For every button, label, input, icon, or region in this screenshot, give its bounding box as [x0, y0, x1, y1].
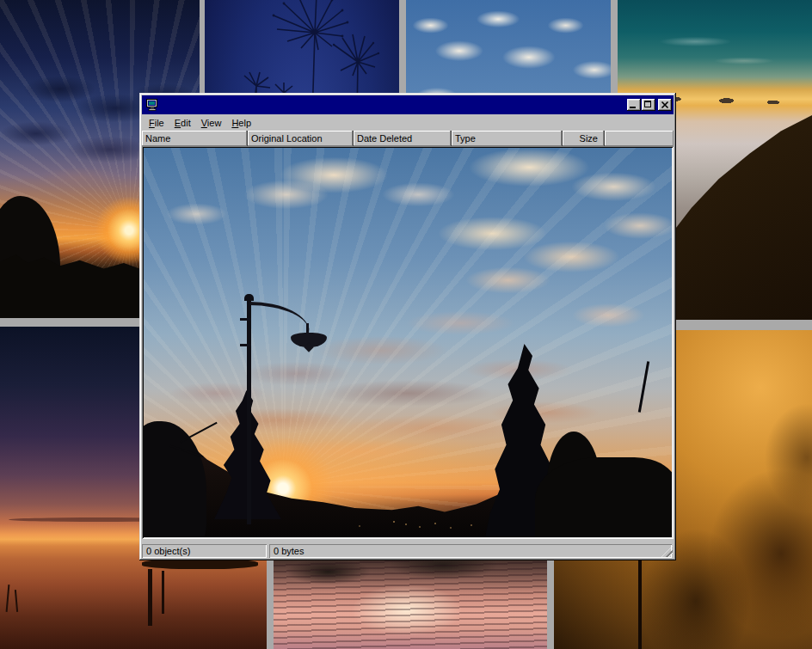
status-bar: 0 object(s) 0 bytes: [142, 539, 674, 558]
city-lights: [393, 521, 395, 523]
column-header-size[interactable]: Size: [563, 131, 605, 146]
column-header-original-location[interactable]: Original Location: [248, 131, 354, 146]
maximize-icon: [644, 101, 651, 107]
titlebar[interactable]: [142, 95, 674, 114]
minimize-button[interactable]: [627, 99, 641, 111]
street-lamp-bracket: [240, 318, 251, 321]
column-header-name[interactable]: Name: [142, 131, 248, 146]
streetlamp-sunset-photo: [144, 148, 672, 537]
status-byte-count: 0 bytes: [269, 544, 672, 558]
computer-icon: [145, 98, 159, 112]
maximize-button[interactable]: [642, 99, 655, 111]
reed-stick: [15, 590, 18, 612]
street-lamp-bracket: [240, 344, 251, 346]
thin-pole: [638, 555, 642, 649]
water-ripples: [274, 559, 547, 649]
list-column-headers: Name Original Location Date Deleted Type…: [142, 131, 674, 146]
column-header-spacer: [605, 131, 674, 146]
reed-stick: [6, 585, 10, 612]
window-controls: [626, 99, 672, 111]
desktop: { "desktop": { "gutter_color": "#a9a9a9"…: [0, 0, 812, 649]
wooden-pole: [148, 569, 152, 626]
menu-help[interactable]: Help: [228, 116, 255, 130]
right-bush-silhouette: [535, 457, 672, 537]
minimize-icon: [630, 107, 636, 108]
column-header-date-deleted[interactable]: Date Deleted: [354, 131, 452, 146]
menu-file[interactable]: File: [145, 116, 168, 130]
wooden-pole: [162, 571, 164, 614]
menu-edit[interactable]: Edit: [171, 116, 194, 130]
street-lamp-pole: [247, 299, 251, 524]
list-viewport[interactable]: [142, 146, 674, 539]
status-object-count: 0 object(s): [142, 544, 267, 558]
menu-bar: File Edit View Help: [142, 114, 674, 131]
recycle-bin-window: File Edit View Help Name Original Locati…: [139, 93, 676, 560]
street-lamp-top: [244, 294, 254, 301]
close-button[interactable]: [658, 99, 672, 111]
menu-view[interactable]: View: [198, 116, 225, 130]
close-icon: [660, 100, 670, 110]
column-header-type[interactable]: Type: [452, 131, 563, 146]
